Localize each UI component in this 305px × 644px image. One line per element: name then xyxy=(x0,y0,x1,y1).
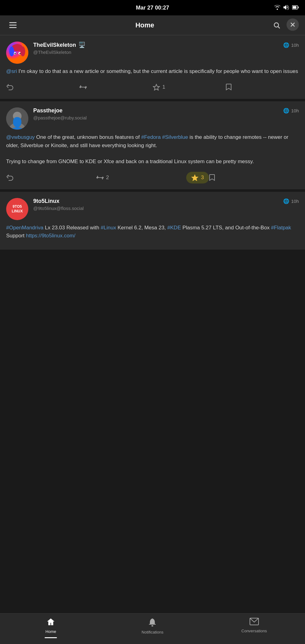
post-2-hashtag2[interactable]: #Silverblue xyxy=(162,134,188,140)
post-1-badge: 🖥️ xyxy=(78,42,85,48)
svg-line-7 xyxy=(278,26,280,28)
search-button[interactable] xyxy=(270,18,283,32)
svg-point-16 xyxy=(9,46,14,56)
svg-rect-1 xyxy=(298,6,299,8)
post-3-content: #OpenMandriva Lx 23.03 Released with #Li… xyxy=(6,224,299,240)
post-1-visibility-icon: 🌐 xyxy=(283,42,289,48)
post-2-author-name: Passthejoe xyxy=(33,107,62,114)
home-icon xyxy=(46,618,55,628)
avatar-passthejoe[interactable] xyxy=(6,107,28,130)
post-3-time: 🌐 10h xyxy=(283,198,299,204)
post-1-header: TheEvilSkeleton 🖥️ 🌐 10h @TheEvilSkeleto… xyxy=(6,42,299,64)
post-2-bookmark-button[interactable] xyxy=(209,171,299,184)
volume-icon xyxy=(283,5,289,11)
post-3-hashtag3[interactable]: #KDE xyxy=(167,225,181,231)
battery-icon xyxy=(292,5,299,10)
feed: TheEvilSkeleton 🖥️ 🌐 10h @TheEvilSkeleto… xyxy=(0,35,305,284)
post-3: 9TO5LINUX 9to5Linux 🌐 10h @9to5linux@flo… xyxy=(0,192,305,250)
post-2-hashtag1[interactable]: #Fedora xyxy=(141,134,161,140)
svg-point-17 xyxy=(20,46,25,56)
svg-point-14 xyxy=(19,53,21,54)
post-3-meta: 9to5Linux 🌐 10h @9to5linux@floss.social xyxy=(33,198,299,213)
menu-button[interactable] xyxy=(6,18,20,32)
post-2-star-count: 3 xyxy=(201,175,204,181)
post-2-meta: Passthejoe 🌐 10h @passthejoe@ruby.social xyxy=(33,107,299,123)
post-1-content: @sri I'm okay to do that as a new articl… xyxy=(6,67,299,75)
post-2-boost-count: 2 xyxy=(106,175,109,181)
post-1-handle: @TheEvilSkeleton xyxy=(33,50,299,55)
page-title: Home xyxy=(135,21,154,29)
post-1-actions: 1 xyxy=(6,80,299,94)
post-2-time: 🌐 10h xyxy=(283,108,299,114)
close-button[interactable] xyxy=(287,18,299,31)
post-2-author-row: Passthejoe 🌐 10h xyxy=(33,107,299,114)
svg-rect-5 xyxy=(9,27,17,28)
post-3-handle: @9to5linux@floss.social xyxy=(33,206,299,211)
nav-right-actions xyxy=(270,18,299,32)
post-2-mention[interactable]: @vwbusguy xyxy=(6,134,35,140)
post-2-handle: @passthejoe@ruby.social xyxy=(33,115,299,120)
tab-notifications[interactable]: Notifications xyxy=(102,617,203,636)
tab-conversations-label: Conversations xyxy=(241,629,267,633)
svg-point-21 xyxy=(9,123,25,130)
tab-home-label: Home xyxy=(46,629,56,634)
post-3-visibility-icon: 🌐 xyxy=(283,198,289,204)
svg-point-19 xyxy=(6,107,28,130)
post-1-bookmark-button[interactable] xyxy=(226,80,299,94)
post-3-author-name: 9to5Linux xyxy=(33,198,59,204)
svg-rect-2 xyxy=(293,6,296,9)
status-icons xyxy=(274,5,299,11)
post-2-content: @vwbusguy One of the great, unknown bonu… xyxy=(6,133,299,166)
tab-home[interactable]: Home xyxy=(0,617,102,635)
post-3-author-row: 9to5Linux 🌐 10h xyxy=(33,198,299,204)
post-3-hashtag2[interactable]: #Linux xyxy=(101,225,116,231)
bell-icon xyxy=(148,618,156,629)
svg-marker-22 xyxy=(192,175,198,181)
post-1-author-row: TheEvilSkeleton 🖥️ 🌐 10h xyxy=(33,42,299,48)
status-time: Mar 27 00:27 xyxy=(136,5,169,11)
post-1-star-count: 1 xyxy=(163,84,165,90)
post-2-visibility-icon: 🌐 xyxy=(283,108,289,114)
svg-marker-18 xyxy=(153,84,159,90)
post-2-star-button[interactable]: 3 xyxy=(186,172,209,183)
post-1-boost-button[interactable] xyxy=(79,81,153,94)
avatar-theevilskeleton[interactable] xyxy=(6,42,28,64)
post-2-reply-button[interactable] xyxy=(6,171,96,184)
avatar-9to5linux[interactable]: 9TO5LINUX xyxy=(6,198,28,220)
svg-point-20 xyxy=(13,112,22,120)
post-3-hashtag4[interactable]: #Flatpak xyxy=(271,225,291,231)
post-2-boost-button[interactable]: 2 xyxy=(96,171,187,184)
post-1-author-name: TheEvilSkeleton 🖥️ xyxy=(33,42,85,48)
post-1-mention[interactable]: @sri xyxy=(6,68,17,74)
post-1-time: 🌐 10h xyxy=(283,42,299,48)
post-2: Passthejoe 🌐 10h @passthejoe@ruby.social… xyxy=(0,101,305,191)
tab-notifications-label: Notifications xyxy=(142,630,163,634)
post-2-actions: 2 3 xyxy=(6,171,299,184)
bottom-nav: Home Notifications Conversations xyxy=(0,613,305,644)
svg-point-23 xyxy=(151,625,153,626)
post-1: TheEvilSkeleton 🖥️ 🌐 10h @TheEvilSkeleto… xyxy=(0,35,305,101)
post-3-link[interactable]: https://9to5linux.com/ xyxy=(26,233,75,239)
post-1-meta: TheEvilSkeleton 🖥️ 🌐 10h @TheEvilSkeleto… xyxy=(33,42,299,57)
mail-icon xyxy=(250,618,259,627)
top-nav: Home xyxy=(0,15,305,35)
status-bar: Mar 27 00:27 xyxy=(0,0,305,15)
post-2-header: Passthejoe 🌐 10h @passthejoe@ruby.social xyxy=(6,107,299,130)
post-3-hashtag1[interactable]: #OpenMandriva xyxy=(6,225,43,231)
post-1-star-button[interactable]: 1 xyxy=(153,81,226,94)
svg-point-13 xyxy=(14,53,16,54)
svg-rect-3 xyxy=(9,22,17,23)
post-1-reply-button[interactable] xyxy=(6,81,79,94)
svg-point-6 xyxy=(274,23,279,27)
svg-rect-4 xyxy=(9,25,17,26)
tab-conversations[interactable]: Conversations xyxy=(203,617,305,634)
post-3-header: 9TO5LINUX 9to5Linux 🌐 10h @9to5linux@flo… xyxy=(6,198,299,220)
wifi-icon xyxy=(274,5,280,11)
